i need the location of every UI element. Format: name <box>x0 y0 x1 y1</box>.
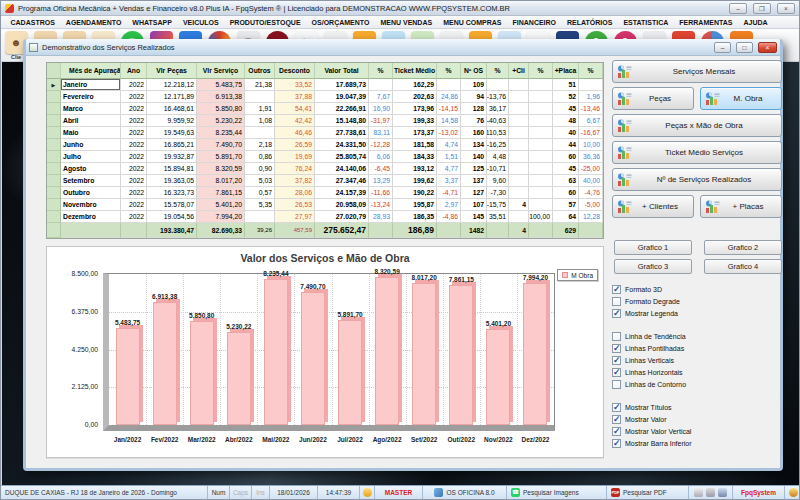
row-selector-cell[interactable] <box>47 91 61 103</box>
nav-button-ticket-m-dio-servi-os[interactable]: Ticket Médio Serviços <box>612 141 782 164</box>
nav-button-n-de-servi-os-realizados[interactable]: Nº de Serviços Realizados <box>612 168 782 191</box>
menu-item-cadastros[interactable]: CADASTROS <box>5 19 60 26</box>
nav-button--placas[interactable]: + Placas <box>700 195 782 218</box>
nav-button-pe-as[interactable]: Peças <box>612 87 694 110</box>
checkbox-mostrar-t-tulos[interactable]: Mostrar Títulos <box>612 401 782 413</box>
button-grafico-4[interactable]: Grafico 4 <box>704 259 782 274</box>
search-pdf-button[interactable]: PDF Pesquisar PDF <box>607 486 689 499</box>
menu-item-ajuda[interactable]: AJUDA <box>738 19 773 26</box>
table-row[interactable]: Julho202219.932,875.891,700,8619,6925.80… <box>47 151 603 163</box>
checkbox-box[interactable] <box>612 344 621 353</box>
table-cell: 27.738,61 <box>315 127 369 139</box>
checkbox-box[interactable] <box>612 427 621 436</box>
menu-item-menu-compras[interactable]: MENU COMPRAS <box>438 19 507 26</box>
menu-item-relat-rios[interactable]: RELATÓRIOS <box>562 19 618 26</box>
totals-cell <box>121 223 147 238</box>
menu-item-veiculos[interactable]: VEICULOS <box>177 19 224 26</box>
checkbox-linhas-verticais[interactable]: Linhas Verticais <box>612 354 782 366</box>
checkbox-linhas-de-contorno[interactable]: Linhas de Contorno <box>612 378 782 390</box>
nav-button-pe-as-x-m-o-de-obra[interactable]: Peças x Mão de Obra <box>612 114 782 137</box>
nav-button--clientes[interactable]: + Clientes <box>612 195 694 218</box>
checkbox-box[interactable] <box>612 285 621 294</box>
table-row[interactable]: Fevereiro202212.171,896.913,3837,8819.04… <box>47 91 603 103</box>
table-row[interactable]: Abril20229.959,925.230,221,0842,4215.148… <box>47 115 603 127</box>
checkbox-box[interactable] <box>612 403 621 412</box>
row-selector-cell[interactable] <box>47 199 61 211</box>
checkbox-box[interactable] <box>612 380 621 389</box>
checkbox-linhas-horizontais[interactable]: Linhas Horizontais <box>612 366 782 378</box>
checkbox-linha-de-tend-ncia[interactable]: Linha de Tendência <box>612 330 782 342</box>
table-cell: 60 <box>553 187 579 199</box>
checkbox-mostrar-valor-vertical[interactable]: Mostrar Valor Vertical <box>612 425 782 437</box>
checkbox-formato-3d[interactable]: Formato 3D <box>612 283 782 295</box>
checkbox-linhas-pontilhadas[interactable]: Linhas Pontilhadas <box>612 342 782 354</box>
bar-value-label: 5.891,70 <box>327 311 373 318</box>
row-selector-cell[interactable] <box>47 163 61 175</box>
row-selector-cell[interactable] <box>47 139 61 151</box>
checkbox-formato-degrade[interactable]: Formato Degrade <box>612 295 782 307</box>
checkbox-box[interactable] <box>612 356 621 365</box>
table-row[interactable]: Dezembro202219.054,567.994,2027,9727.020… <box>47 211 603 223</box>
checkbox-box[interactable] <box>612 332 621 341</box>
minimize-icon[interactable]: – <box>729 3 747 14</box>
table-row[interactable]: Outubro202216.323,737.861,150,5728,0624.… <box>47 187 603 199</box>
column-header: % <box>487 63 509 79</box>
nav-button-m-obra[interactable]: M. Obra <box>700 87 782 110</box>
table-cell: 5.891,70 <box>197 151 245 163</box>
menu-item-ferramentas[interactable]: FERRAMENTAS <box>674 19 738 26</box>
table-cell: 6.913,38 <box>197 91 245 103</box>
checkbox-mostrar-valor[interactable]: Mostrar Valor <box>612 413 782 425</box>
row-selector-cell[interactable] <box>47 127 61 139</box>
table-row[interactable]: Junho202216.865,217.490,702,1826,5924.33… <box>47 139 603 151</box>
menu-item-financeiro[interactable]: FINANCEIRO <box>507 19 562 26</box>
table-cell <box>529 79 553 91</box>
checkbox-mostrar-legenda[interactable]: Mostrar Legenda <box>612 307 782 319</box>
row-selector-cell[interactable] <box>47 211 61 223</box>
totals-cell: 4 <box>509 223 529 238</box>
checkbox-box[interactable] <box>612 368 621 377</box>
folder-icon[interactable] <box>694 488 703 497</box>
checkbox-box[interactable] <box>612 297 621 306</box>
table-row[interactable]: Novembro202215.578,075.401,205,3526,5320… <box>47 199 603 211</box>
inner-minimize-icon[interactable]: – <box>714 42 731 53</box>
row-selector-cell[interactable] <box>47 115 61 127</box>
table-cell: 4,48 <box>487 151 509 163</box>
column-header: Nº OS <box>461 63 487 79</box>
menu-item-agendamento[interactable]: AGENDAMENTO <box>60 19 126 26</box>
button-grafico-3[interactable]: Grafico 3 <box>614 259 692 274</box>
restore-icon[interactable]: ❐ <box>753 3 771 14</box>
row-selector-cell[interactable] <box>47 103 61 115</box>
table-row[interactable]: Maio202219.549,638.235,4446,4627.738,618… <box>47 127 603 139</box>
printer-icon[interactable] <box>706 488 715 497</box>
table-row[interactable]: ▶Janeiro202212.218,125.483,7521,3833,521… <box>47 79 603 91</box>
button-grafico-1[interactable]: Grafico 1 <box>614 240 692 255</box>
checkbox-box[interactable] <box>612 309 621 318</box>
row-selector-cell[interactable]: ▶ <box>47 79 61 91</box>
table-row[interactable]: Agosto202215.894,818.320,590,9076,2424.1… <box>47 163 603 175</box>
menu-item-estatistica[interactable]: ESTATISTICA <box>618 19 674 26</box>
menu-item-whatsapp[interactable]: WHATSAPP <box>127 19 178 26</box>
pdf-icon: PDF <box>611 488 620 497</box>
row-selector-cell[interactable] <box>47 175 61 187</box>
menu-item-produto-estoque[interactable]: PRODUTO/ESTOQUE <box>224 19 306 26</box>
checkbox-box[interactable] <box>612 415 621 424</box>
inner-titlebar[interactable]: Demonstrativo dos Serviços Realizados – … <box>26 39 780 56</box>
close-icon[interactable]: × <box>777 3 795 14</box>
nav-button-servi-os-mensais[interactable]: Serviços Mensais <box>612 60 782 83</box>
button-grafico-2[interactable]: Grafico 2 <box>704 240 782 255</box>
checkbox-mostrar-barra-inferior[interactable]: Mostrar Barra Inferior <box>612 437 782 449</box>
inner-close-icon[interactable]: × <box>758 42 777 53</box>
row-selector-cell[interactable] <box>47 187 61 199</box>
checkbox-box[interactable] <box>612 439 621 448</box>
services-table[interactable]: Mês de ApuraçãoAnoVlr PeçasVlr ServiçoOu… <box>46 62 604 239</box>
search-images-button[interactable]: ☎ Pesquisar Imagens <box>507 486 607 499</box>
row-selector-cell[interactable] <box>47 151 61 163</box>
table-cell: 26,59 <box>275 139 315 151</box>
monitor-icon[interactable] <box>718 488 727 497</box>
menu-item-os-or-amento[interactable]: OS/ORÇAMENTO <box>306 19 375 26</box>
table-row[interactable]: Marco202216.468,615.850,801,9154,4122.26… <box>47 103 603 115</box>
demonstrativo-window: Demonstrativo dos Serviços Realizados – … <box>23 39 783 471</box>
inner-maximize-icon[interactable]: □ <box>736 42 753 53</box>
menu-item-menu-vendas[interactable]: MENU VENDAS <box>375 19 438 26</box>
table-row[interactable]: Setembro202219.363,058.017,205,0337,8227… <box>47 175 603 187</box>
